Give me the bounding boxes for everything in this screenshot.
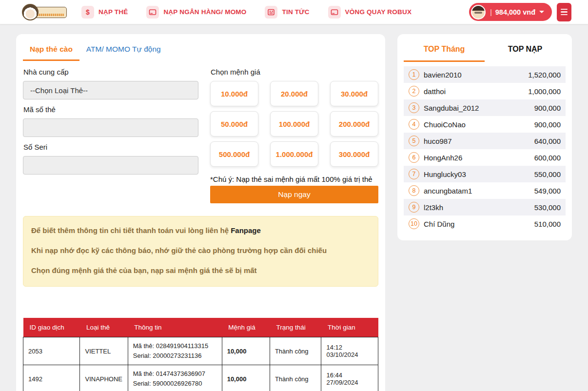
recharge-form: Nhà cung cấp --Chọn Loại Thẻ-- Mã số thẻ… [23, 62, 378, 203]
tx-type: VIETTEL [80, 337, 128, 365]
notice-line-2: Khi nạp nhớ đọc kỹ các thông báo, nhớ gi… [31, 246, 370, 254]
tx-card-code: Mã thẻ: 028491904113315 [133, 341, 217, 351]
logo-decor-line [35, 14, 64, 16]
tx-time: 14:12 03/10/2024 [321, 337, 378, 365]
denomination-button-50000[interactable]: 50.000đ [210, 111, 258, 137]
tx-status: Thành công [270, 365, 321, 391]
player-name: ancungbatam1 [424, 187, 472, 195]
notice-line-1: Để biết thêm thông tin chi tiết thanh to… [31, 226, 370, 235]
payment-notice-box: Để biết thêm thông tin chi tiết thanh to… [23, 216, 378, 287]
denomination-column: Chọn mệnh giá 10.000đ 20.000đ 30.000đ 50… [210, 62, 378, 203]
rank-badge: 1 [409, 69, 419, 80]
site-logo[interactable] [22, 3, 67, 21]
rank-badge: 3 [409, 102, 419, 113]
menu-item-tin-tuc[interactable]: TIN TỨC [265, 6, 309, 19]
player-name: ChuoiCoNao [424, 120, 466, 129]
player-name: bavien2010 [424, 71, 462, 79]
tab-top-nap[interactable]: TOP NẠP [485, 34, 566, 62]
serial-label: Số Seri [23, 143, 198, 151]
user-avatar [471, 5, 486, 20]
tx-type: VINAPHONE [80, 365, 128, 391]
menu-item-vong-quay-robux[interactable]: VÒNG QUAY ROBUX [328, 6, 412, 19]
list-item: 5 huco987 640,000 [404, 133, 566, 149]
menu-label: VÒNG QUAY ROBUX [345, 8, 412, 16]
notice-line-1-text: Để biết thêm thông tin chi tiết thanh to… [31, 226, 231, 235]
rank-badge: 9 [409, 202, 419, 213]
list-item: 1 bavien2010 1,520,000 [404, 66, 566, 83]
list-item: 10 Chí Dũng 510,000 [404, 215, 566, 232]
bank-card-icon [146, 6, 159, 19]
tx-info: Mã thẻ: 01474373636907 Serial: 590000269… [128, 365, 222, 391]
hamburger-menu-button[interactable] [557, 3, 571, 21]
dollar-icon: $ [81, 6, 94, 19]
tx-card-code: Mã thẻ: 01474373636907 [133, 369, 217, 379]
main-menu: $ NẠP THẺ NẠP NGÂN HÀNG/ MOMO TIN TỨC VÒ… [81, 6, 430, 19]
recharge-panel: Nạp thẻ cào ATM/ MOMO Tự động Nhà cung c… [16, 34, 385, 391]
denomination-warning: *Chú ý: Nạp thẻ sai mệnh giá mất 100% gi… [210, 175, 378, 183]
tx-time: 16:44 27/09/2024 [321, 365, 378, 391]
rank-badge: 2 [409, 86, 419, 97]
news-icon [265, 6, 277, 19]
recharge-tabs: Nạp thẻ cào ATM/ MOMO Tự động [23, 40, 378, 61]
tx-serial: Serial: 20000273231136 [133, 351, 217, 361]
denomination-button-30000[interactable]: 30.000đ [330, 81, 378, 106]
top-navigation-bar: $ NẠP THẺ NẠP NGÂN HÀNG/ MOMO TIN TỨC VÒ… [0, 0, 588, 24]
menu-item-nap-ngan-hang[interactable]: NẠP NGÂN HÀNG/ MOMO [146, 6, 246, 19]
spin-card-icon [328, 6, 341, 19]
player-amount: 530,000 [534, 203, 561, 212]
player-name: Sangdubai_2012 [424, 104, 479, 112]
card-fields-column: Nhà cung cấp --Chọn Loại Thẻ-- Mã số thẻ… [23, 62, 198, 203]
player-amount: 1,000,000 [528, 87, 561, 96]
menu-label: NẠP THẺ [98, 8, 128, 16]
list-item: 3 Sangdubai_2012 900,000 [404, 99, 566, 116]
denomination-button-10000[interactable]: 10.000đ [210, 81, 258, 106]
denomination-button-300000[interactable]: 300.000đ [330, 141, 378, 167]
notice-line-3: Chọn đúng mệnh giá thẻ của bạn, nạp sai … [31, 266, 370, 274]
column-header-time: Thời gian [321, 318, 378, 337]
player-amount: 549,000 [534, 187, 561, 195]
player-amount: 1,520,000 [528, 71, 561, 79]
account-balance-button[interactable]: | 984,000 vnđ [469, 3, 552, 21]
rank-badge: 5 [409, 136, 419, 146]
table-row: 1492 VINAPHONE Mã thẻ: 01474373636907 Se… [23, 365, 378, 391]
player-amount: 550,000 [534, 170, 561, 178]
rank-badge: 10 [409, 218, 419, 229]
provider-label: Nhà cung cấp [23, 68, 198, 76]
balance-separator: | [490, 8, 492, 16]
tx-info: Mã thẻ: 028491904113315 Serial: 20000273… [128, 337, 222, 365]
tab-nap-the-cao[interactable]: Nạp thẻ cào [23, 40, 79, 61]
tab-atm-momo[interactable]: ATM/ MOMO Tự động [79, 40, 168, 61]
tx-amount: 10,000 [222, 337, 270, 365]
player-amount: 600,000 [534, 154, 561, 162]
denomination-button-20000[interactable]: 20.000đ [270, 81, 318, 106]
table-row: 2053 VIETTEL Mã thẻ: 028491904113315 Ser… [23, 337, 378, 365]
player-amount: 510,000 [534, 220, 561, 228]
menu-label: NẠP NGÂN HÀNG/ MOMO [163, 8, 246, 16]
denomination-grid: 10.000đ 20.000đ 30.000đ 50.000đ 100.000đ… [210, 81, 378, 167]
player-name: Hunglucky03 [424, 170, 466, 178]
column-header-id: ID giao dịch [23, 318, 80, 337]
rank-badge: 6 [409, 152, 419, 163]
submit-recharge-button[interactable]: Nạp ngay [210, 186, 378, 203]
serial-input[interactable] [23, 156, 198, 175]
column-header-status: Trạng thái [270, 318, 321, 337]
menu-item-nap-the[interactable]: $ NẠP THẺ [81, 6, 128, 19]
list-item: 8 ancungbatam1 549,000 [404, 182, 566, 199]
denomination-button-200000[interactable]: 200.000đ [330, 111, 378, 137]
denomination-button-500000[interactable]: 500.000đ [210, 141, 258, 167]
main-content: Nạp thẻ cào ATM/ MOMO Tự động Nhà cung c… [0, 24, 588, 391]
player-name: huco987 [424, 137, 452, 145]
player-amount: 900,000 [534, 120, 561, 129]
tx-id: 2053 [23, 337, 80, 365]
column-header-amount: Mệnh giá [222, 318, 270, 337]
balance-amount: 984,000 vnđ [495, 8, 535, 16]
card-code-input[interactable] [23, 118, 198, 137]
fanpage-link[interactable]: Fanpage [231, 226, 261, 235]
provider-select[interactable]: --Chọn Loại Thẻ-- [23, 81, 198, 99]
player-amount: 900,000 [534, 104, 561, 112]
player-name: l2t3kh [424, 203, 443, 212]
denomination-button-100000[interactable]: 100.000đ [270, 111, 318, 137]
rank-badge: 8 [409, 185, 419, 196]
denomination-button-1000000[interactable]: 1.000.000đ [270, 141, 318, 167]
tab-top-thang[interactable]: TOP Tháng [404, 34, 485, 62]
